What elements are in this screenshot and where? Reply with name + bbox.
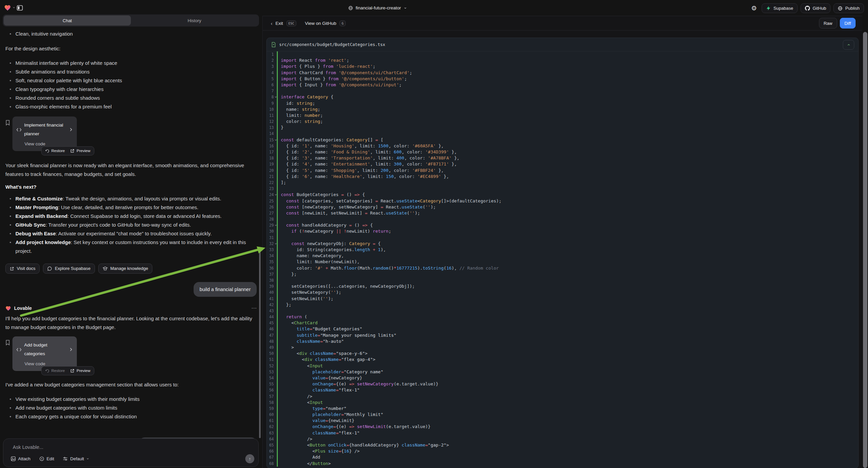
code-line-content: { id: '1', name: 'Housing', limit: 1500,… [277, 143, 443, 149]
code-line: 33 id: String(categories.length + 1), [267, 247, 858, 253]
action-button-manage-knowledge[interactable]: Manage knowledge [98, 264, 153, 273]
project-name: financial-future-creator [355, 5, 401, 10]
chevron-down-icon [86, 457, 89, 460]
chat-heading: What's next? [5, 183, 257, 192]
globe-icon [838, 6, 842, 11]
list-item: Subtle animations and transitions [5, 67, 257, 76]
raw-button[interactable]: Raw [819, 18, 837, 29]
code-line-content: } [277, 124, 283, 130]
list-item: Clean, intuitive navigation [5, 30, 257, 38]
line-number: 57 [267, 393, 277, 400]
prompt-input-box[interactable]: Ask Lovable... Attach Edit Default [3, 438, 259, 467]
view-on-github-link[interactable]: View on GitHub [305, 21, 337, 26]
exit-button[interactable]: Exit [276, 21, 283, 26]
preview-button[interactable]: Preview [70, 368, 90, 373]
code-line: 61 value={newLimit} [267, 418, 858, 424]
code-line: 15const defaultCategories: Category[] = … [267, 137, 858, 143]
fold-chevron-down-icon[interactable] [275, 96, 277, 98]
list-item-lead: Expand with Backend [16, 213, 67, 219]
code-line-content: id: string; [277, 100, 315, 107]
line-number: 49 [267, 345, 277, 351]
supabase-button[interactable]: Supabase [762, 3, 798, 13]
version-card[interactable]: Add budget categoriesView codeRestorePre… [12, 337, 77, 371]
bullet-list: Minimalist interface with plenty of whit… [5, 59, 257, 111]
code-line-content: return ( [277, 314, 307, 320]
file-path-bar[interactable]: src/components/budget/BudgetCategories.t… [267, 38, 858, 51]
line-number: 59 [267, 406, 277, 412]
line-number: 19 [267, 161, 277, 167]
action-button-visit-docs[interactable]: Visit docs [5, 264, 39, 273]
restore-icon [45, 149, 49, 153]
github-button[interactable]: GitHub [801, 3, 830, 13]
collapse-file-button[interactable] [843, 40, 854, 50]
bookmark-icon [5, 340, 10, 346]
version-card-row: Add budget categoriesView codeRestorePre… [5, 337, 257, 371]
bullet-list: Refine & Customize: Tweak the design, an… [5, 195, 257, 256]
line-number: 17 [267, 149, 277, 155]
code-line-content: limit: Number(newLimit), [277, 259, 360, 265]
chevron-down-icon [404, 6, 407, 10]
line-number: 37 [267, 271, 277, 277]
code-line-content: import { Plus } from 'lucide-react'; [277, 63, 375, 69]
chat-scrollbar-thumb[interactable] [259, 247, 261, 438]
list-item: Expand with Backend: Connect Supabase to… [5, 212, 257, 221]
list-item: Rounded corners and subtle shadows [5, 94, 257, 103]
image-icon [11, 456, 16, 461]
list-item: Master Prompting: Use clear, detailed, a… [5, 203, 257, 212]
list-item: View existing budget categories with the… [5, 395, 257, 404]
fold-chevron-down-icon[interactable] [275, 139, 277, 141]
diff-button[interactable]: Diff [840, 18, 856, 29]
restore-button[interactable]: Restore [45, 368, 65, 373]
chevron-right-icon[interactable] [69, 348, 73, 351]
edit-button[interactable]: Edit [39, 456, 54, 461]
line-number: 22 [267, 180, 277, 186]
sidebar-toggle-button[interactable] [16, 4, 24, 12]
settings-button[interactable]: ⚙ [749, 4, 758, 13]
list-item: Refine & Customize: Tweak the design, an… [5, 195, 257, 203]
action-button-explore-supabase[interactable]: Explore Supabase [43, 264, 95, 273]
bullet-list: View existing budget categories with the… [5, 395, 257, 421]
tab-history[interactable]: History [131, 16, 258, 26]
line-number: 67 [267, 454, 277, 460]
code-line: 7 [267, 88, 858, 94]
project-switcher[interactable]: financial-future-creator [348, 0, 407, 16]
mode-select[interactable]: Default [63, 456, 89, 461]
code-line-content: { id: '2', name: 'Food & Dining', limit:… [277, 149, 457, 155]
version-card[interactable]: Implement financial plannerView codeRest… [12, 117, 77, 151]
code-line-content: placeholder="Category name" [277, 369, 383, 375]
restore-button[interactable]: Restore [45, 148, 65, 153]
chat-message-list: Clean, intuitive navigationFor the desig… [0, 27, 262, 438]
fold-chevron-down-icon[interactable] [275, 194, 277, 196]
code-line: 23 [267, 186, 858, 192]
page-scrollbar-thumb[interactable] [863, 32, 867, 468]
list-item-lead: Master Prompting [16, 204, 58, 210]
preview-button[interactable]: Preview [70, 148, 90, 153]
version-card-toolbar: RestorePreview [41, 146, 94, 155]
code-line-content [277, 88, 281, 94]
list-item-lead: Add project knowledge [16, 239, 71, 245]
publish-button[interactable]: Publish [833, 3, 864, 13]
chat-history-tabs: Chat History [3, 14, 259, 27]
chevron-right-icon[interactable] [69, 127, 73, 131]
code-line: 40 setNewCategory(''); [267, 289, 858, 295]
message-menu-button[interactable]: ⋯ [251, 304, 257, 313]
fold-chevron-down-icon[interactable] [275, 242, 277, 245]
chat-paragraph: Your sleek financial planner is now read… [5, 161, 257, 179]
fold-chevron-down-icon[interactable] [275, 224, 277, 227]
code-line: 2import React from 'react'; [267, 57, 858, 63]
attach-button[interactable]: Attach [11, 456, 31, 461]
code-line: 34 name: newCategory, [267, 253, 858, 259]
target-icon [39, 456, 44, 461]
publish-label: Publish [845, 6, 860, 11]
code-line: 36 color: '#' + Math.floor(Math.random()… [267, 265, 858, 271]
bookmark-icon [5, 120, 10, 125]
code-line: 68 </Button> [267, 461, 858, 467]
code-line: 22]; [267, 180, 858, 186]
code-line: 18 { id: '3', name: 'Transportation', li… [267, 155, 858, 161]
code-line-content: > [277, 345, 294, 351]
send-button[interactable]: ↑ [245, 454, 254, 463]
code-line-content: onChange={(e) => setNewCategory(e.target… [277, 381, 438, 387]
preview-label: Preview [76, 148, 90, 153]
tab-chat[interactable]: Chat [4, 16, 131, 26]
lovable-logo[interactable] [4, 4, 16, 11]
